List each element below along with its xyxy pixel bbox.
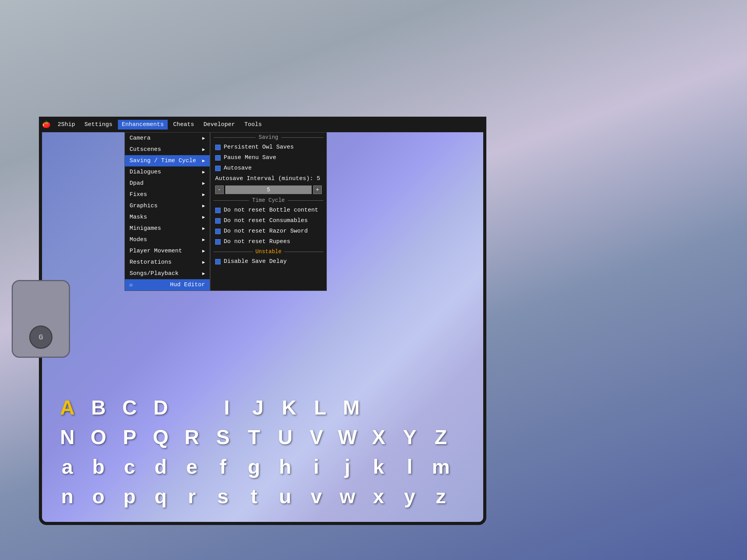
key-q: q	[151, 485, 170, 508]
key-A: A	[58, 396, 77, 419]
menu-item-minigames[interactable]: Minigames ▶	[125, 223, 210, 234]
menu-item-dpad[interactable]: Dpad ▶	[125, 178, 210, 189]
menu-item-hud-editor[interactable]: ☑ Hud Editor	[125, 279, 210, 290]
checkbox-persistent-owl[interactable]	[215, 145, 221, 150]
key-m: m	[431, 455, 451, 478]
menu-item-graphics[interactable]: Graphics ▶	[125, 200, 210, 212]
keyboard-row-2: N O P Q R S T U V W X Y Z	[58, 425, 468, 449]
key-J: J	[248, 396, 268, 419]
menu-developer[interactable]: Developer	[200, 120, 239, 130]
key-K: K	[279, 396, 299, 419]
stepper-minus-button[interactable]: -	[215, 186, 224, 194]
checkbox-no-reset-bottle[interactable]	[215, 208, 221, 213]
item-no-reset-consumables[interactable]: Do not reset Consumables	[210, 215, 326, 226]
submenu-arrow-dpad: ▶	[202, 180, 205, 186]
submenu-arrow-dialogues: ▶	[202, 169, 205, 175]
submenu-arrow-fixes: ▶	[202, 192, 205, 198]
checkbox-no-reset-consumables[interactable]	[215, 218, 221, 224]
section-unstable: Unstable	[210, 247, 326, 256]
key-y: y	[400, 485, 419, 508]
key-Y: Y	[400, 425, 419, 449]
key-i: i	[307, 455, 326, 478]
menu-item-dialogues[interactable]: Dialogues ▶	[125, 166, 210, 178]
menu-item-saving-time[interactable]: Saving / Time Cycle ▶	[125, 155, 210, 166]
keyboard-row-1: A B C D I J K L M	[58, 396, 468, 419]
menu-2ship[interactable]: 2Ship	[54, 120, 79, 130]
key-c: c	[120, 455, 139, 478]
item-pause-menu-save[interactable]: Pause Menu Save	[210, 152, 326, 163]
menu-item-player-movement[interactable]: Player Movement ▶	[125, 245, 210, 257]
submenu-arrow-restorations: ▶	[202, 259, 205, 265]
key-Z: Z	[431, 425, 451, 449]
submenu-arrow-cutscenes: ▶	[202, 147, 205, 152]
key-M: M	[342, 396, 361, 419]
section-time-cycle: Time Cycle	[210, 196, 326, 205]
menu-tools[interactable]: Tools	[240, 120, 266, 130]
key-L: L	[310, 396, 330, 419]
key-a: a	[58, 455, 77, 478]
key-v: v	[307, 485, 326, 508]
stepper-plus-button[interactable]: +	[313, 186, 322, 194]
item-persistent-owl[interactable]: Persistent Owl Saves	[210, 142, 326, 152]
submenu-arrow-masks: ▶	[202, 214, 205, 220]
key-O: O	[89, 425, 108, 449]
menu-item-fixes[interactable]: Fixes ▶	[125, 189, 210, 200]
item-no-reset-bottle[interactable]: Do not reset Bottle content	[210, 205, 326, 215]
checkbox-no-reset-razor[interactable]	[215, 229, 221, 234]
menu-settings[interactable]: Settings	[81, 120, 116, 130]
item-disable-save-delay[interactable]: Disable Save Delay	[210, 256, 326, 267]
key-T: T	[244, 425, 264, 449]
checkbox-autosave[interactable]	[215, 166, 221, 171]
controller-badge: G	[29, 326, 53, 349]
stepper-value: 5	[225, 186, 312, 194]
key-I: I	[217, 396, 237, 419]
checkbox-pause-menu-save[interactable]	[215, 155, 221, 161]
keyboard-row-4: n o p q r s t u v w x y z	[58, 485, 468, 508]
key-l: l	[400, 455, 419, 478]
menu-item-songs-playback[interactable]: Songs/Playback ▶	[125, 268, 210, 279]
item-autosave[interactable]: Autosave	[210, 163, 326, 173]
submenu-arrow-modes: ▶	[202, 237, 205, 243]
checkbox-disable-save-delay[interactable]	[215, 259, 221, 264]
section-saving: Saving	[210, 133, 326, 142]
key-b: b	[89, 455, 108, 478]
menu-item-cutscenes[interactable]: Cutscenes ▶	[125, 144, 210, 155]
game-controller: G	[12, 280, 70, 358]
key-o: o	[89, 485, 108, 508]
saving-time-submenu: Saving Persistent Owl Saves Pause Menu S…	[210, 132, 327, 291]
autosave-interval-label: Autosave Interval (minutes): 5	[210, 173, 326, 184]
keyboard-row-3: a b c d e f g h i j k l m	[58, 455, 468, 478]
key-g: g	[244, 455, 264, 478]
autosave-stepper: - 5 +	[210, 184, 326, 196]
key-U: U	[275, 425, 295, 449]
key-u: u	[275, 485, 295, 508]
key-D: D	[151, 396, 170, 419]
key-X: X	[369, 425, 388, 449]
key-f: f	[213, 455, 233, 478]
submenu-arrow-minigames: ▶	[202, 226, 205, 231]
key-V: V	[307, 425, 326, 449]
app-logo: 🍅	[42, 120, 51, 129]
enhancements-dropdown: Camera ▶ Cutscenes ▶ Saving / Time Cycle…	[124, 132, 210, 291]
key-j: j	[338, 455, 357, 478]
menu-enhancements[interactable]: Enhancements	[118, 120, 168, 130]
keyboard-display: A B C D I J K L M N O P Q R S T U V W X …	[42, 388, 483, 522]
menu-cheats[interactable]: Cheats	[169, 120, 198, 130]
menu-item-masks[interactable]: Masks ▶	[125, 212, 210, 223]
menu-item-modes[interactable]: Modes ▶	[125, 234, 210, 245]
submenu-arrow-saving: ▶	[202, 158, 205, 164]
item-no-reset-razor[interactable]: Do not reset Razor Sword	[210, 226, 326, 236]
key-z: z	[431, 485, 451, 508]
key-w: w	[338, 485, 357, 508]
submenu-arrow-songs: ▶	[202, 271, 205, 276]
checkbox-no-reset-rupees[interactable]	[215, 239, 221, 245]
key-s: s	[213, 485, 233, 508]
key-n: n	[58, 485, 77, 508]
key-r: r	[182, 485, 202, 508]
menu-item-camera[interactable]: Camera ▶	[125, 133, 210, 144]
key-S: S	[213, 425, 233, 449]
key-R: R	[182, 425, 202, 449]
item-no-reset-rupees[interactable]: Do not reset Rupees	[210, 236, 326, 247]
key-P: P	[120, 425, 139, 449]
menu-item-restorations[interactable]: Restorations ▶	[125, 257, 210, 268]
